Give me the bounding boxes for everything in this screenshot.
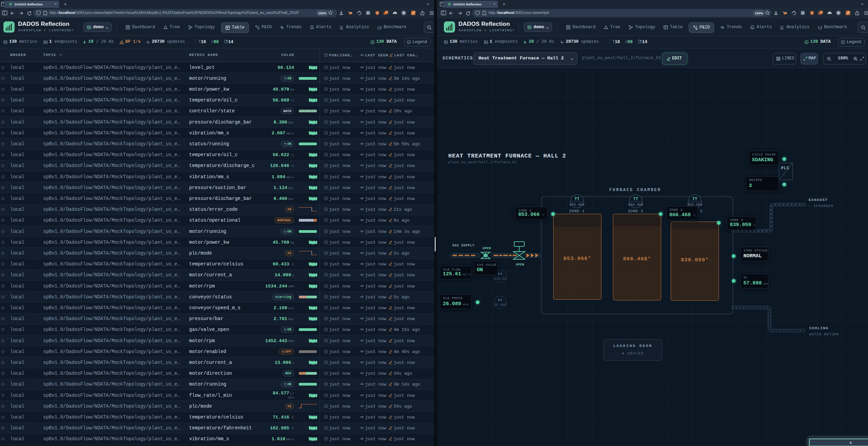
svg-text:?: ? — [408, 41, 410, 44]
svg-text:31: 31 — [385, 11, 388, 14]
svg-text:31: 31 — [820, 11, 823, 14]
svg-text:?: ? — [842, 41, 844, 44]
